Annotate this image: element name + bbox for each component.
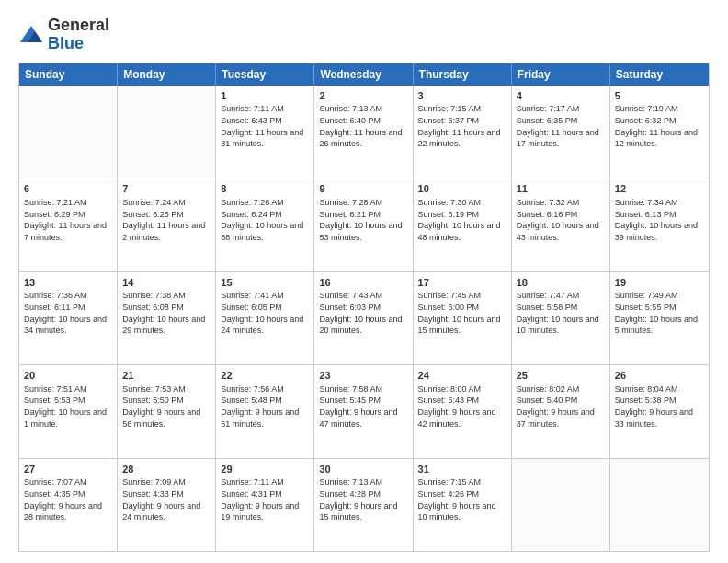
day-number: 2 bbox=[319, 89, 407, 103]
day-info: Sunrise: 7:21 AM Sunset: 6:29 PM Dayligh… bbox=[24, 197, 112, 243]
calendar-cell: 15Sunrise: 7:41 AM Sunset: 6:05 PM Dayli… bbox=[216, 272, 314, 364]
day-info: Sunrise: 7:43 AM Sunset: 6:03 PM Dayligh… bbox=[319, 290, 407, 336]
day-number: 3 bbox=[418, 89, 506, 103]
day-number: 28 bbox=[122, 463, 210, 477]
calendar-cell: 10Sunrise: 7:30 AM Sunset: 6:19 PM Dayli… bbox=[414, 178, 512, 270]
calendar-week-3: 13Sunrise: 7:36 AM Sunset: 6:11 PM Dayli… bbox=[19, 272, 709, 365]
day-number: 4 bbox=[517, 89, 605, 103]
calendar-cell: 23Sunrise: 7:58 AM Sunset: 5:45 PM Dayli… bbox=[314, 365, 413, 457]
day-header-wednesday: Wednesday bbox=[314, 63, 413, 86]
day-number: 10 bbox=[418, 182, 506, 196]
day-header-thursday: Thursday bbox=[414, 63, 512, 86]
logo-text: General Blue bbox=[48, 17, 109, 53]
calendar-cell: 20Sunrise: 7:51 AM Sunset: 5:53 PM Dayli… bbox=[19, 365, 118, 457]
day-info: Sunrise: 7:11 AM Sunset: 4:31 PM Dayligh… bbox=[221, 477, 309, 523]
day-number: 31 bbox=[418, 463, 506, 477]
day-number: 24 bbox=[418, 369, 506, 383]
day-info: Sunrise: 7:26 AM Sunset: 6:24 PM Dayligh… bbox=[221, 197, 309, 243]
day-info: Sunrise: 7:09 AM Sunset: 4:33 PM Dayligh… bbox=[122, 477, 210, 523]
day-number: 22 bbox=[221, 369, 309, 383]
day-info: Sunrise: 7:15 AM Sunset: 6:37 PM Dayligh… bbox=[418, 103, 506, 149]
day-info: Sunrise: 7:56 AM Sunset: 5:48 PM Dayligh… bbox=[221, 384, 309, 430]
calendar-cell: 30Sunrise: 7:13 AM Sunset: 4:28 PM Dayli… bbox=[314, 459, 413, 551]
calendar-cell: 22Sunrise: 7:56 AM Sunset: 5:48 PM Dayli… bbox=[216, 365, 314, 457]
day-number: 19 bbox=[615, 276, 704, 290]
day-number: 11 bbox=[517, 182, 605, 196]
day-number: 14 bbox=[122, 276, 210, 290]
day-number: 13 bbox=[24, 276, 112, 290]
day-header-saturday: Saturday bbox=[610, 63, 709, 86]
day-info: Sunrise: 7:24 AM Sunset: 6:26 PM Dayligh… bbox=[122, 197, 210, 243]
logo: General Blue bbox=[18, 17, 109, 53]
calendar-cell bbox=[610, 459, 709, 551]
calendar-cell: 13Sunrise: 7:36 AM Sunset: 6:11 PM Dayli… bbox=[19, 272, 118, 364]
day-info: Sunrise: 7:07 AM Sunset: 4:35 PM Dayligh… bbox=[24, 477, 112, 523]
calendar-cell bbox=[512, 459, 610, 551]
calendar-cell: 14Sunrise: 7:38 AM Sunset: 6:08 PM Dayli… bbox=[118, 272, 216, 364]
calendar-cell: 3Sunrise: 7:15 AM Sunset: 6:37 PM Daylig… bbox=[414, 86, 512, 178]
calendar-week-1: 1Sunrise: 7:11 AM Sunset: 6:43 PM Daylig… bbox=[19, 86, 709, 178]
day-number: 29 bbox=[221, 463, 309, 477]
day-info: Sunrise: 7:36 AM Sunset: 6:11 PM Dayligh… bbox=[24, 290, 112, 336]
day-number: 17 bbox=[418, 276, 506, 290]
day-info: Sunrise: 7:41 AM Sunset: 6:05 PM Dayligh… bbox=[221, 290, 309, 336]
day-number: 1 bbox=[221, 89, 309, 103]
calendar-cell: 9Sunrise: 7:28 AM Sunset: 6:21 PM Daylig… bbox=[314, 178, 413, 270]
day-number: 21 bbox=[122, 369, 210, 383]
calendar-cell: 25Sunrise: 8:02 AM Sunset: 5:40 PM Dayli… bbox=[512, 365, 610, 457]
day-info: Sunrise: 7:49 AM Sunset: 5:55 PM Dayligh… bbox=[615, 290, 704, 336]
calendar-body: 1Sunrise: 7:11 AM Sunset: 6:43 PM Daylig… bbox=[19, 86, 709, 551]
calendar-cell: 28Sunrise: 7:09 AM Sunset: 4:33 PM Dayli… bbox=[118, 459, 216, 551]
calendar-cell: 12Sunrise: 7:34 AM Sunset: 6:13 PM Dayli… bbox=[610, 178, 709, 270]
calendar-cell: 24Sunrise: 8:00 AM Sunset: 5:43 PM Dayli… bbox=[414, 365, 512, 457]
day-info: Sunrise: 7:32 AM Sunset: 6:16 PM Dayligh… bbox=[517, 197, 605, 243]
calendar-cell bbox=[19, 86, 118, 178]
calendar-cell: 31Sunrise: 7:15 AM Sunset: 4:26 PM Dayli… bbox=[414, 459, 512, 551]
calendar-cell: 4Sunrise: 7:17 AM Sunset: 6:35 PM Daylig… bbox=[512, 86, 610, 178]
logo-blue: Blue bbox=[48, 34, 84, 52]
day-header-friday: Friday bbox=[512, 63, 610, 86]
day-number: 12 bbox=[615, 182, 704, 196]
day-info: Sunrise: 7:17 AM Sunset: 6:35 PM Dayligh… bbox=[517, 103, 605, 149]
calendar-cell: 6Sunrise: 7:21 AM Sunset: 6:29 PM Daylig… bbox=[19, 178, 118, 270]
day-info: Sunrise: 7:11 AM Sunset: 6:43 PM Dayligh… bbox=[221, 103, 309, 149]
day-info: Sunrise: 7:58 AM Sunset: 5:45 PM Dayligh… bbox=[319, 384, 407, 430]
day-info: Sunrise: 8:02 AM Sunset: 5:40 PM Dayligh… bbox=[517, 384, 605, 430]
header: General Blue bbox=[18, 17, 710, 53]
day-number: 30 bbox=[319, 463, 407, 477]
day-info: Sunrise: 8:04 AM Sunset: 5:38 PM Dayligh… bbox=[615, 384, 704, 430]
calendar-cell: 26Sunrise: 8:04 AM Sunset: 5:38 PM Dayli… bbox=[610, 365, 709, 457]
calendar-cell: 27Sunrise: 7:07 AM Sunset: 4:35 PM Dayli… bbox=[19, 459, 118, 551]
day-number: 26 bbox=[615, 369, 704, 383]
logo-icon bbox=[18, 24, 44, 46]
day-number: 27 bbox=[24, 463, 112, 477]
calendar-week-2: 6Sunrise: 7:21 AM Sunset: 6:29 PM Daylig… bbox=[19, 178, 709, 271]
day-number: 23 bbox=[319, 369, 407, 383]
calendar-cell: 16Sunrise: 7:43 AM Sunset: 6:03 PM Dayli… bbox=[314, 272, 413, 364]
day-number: 16 bbox=[319, 276, 407, 290]
calendar-week-4: 20Sunrise: 7:51 AM Sunset: 5:53 PM Dayli… bbox=[19, 365, 709, 458]
day-info: Sunrise: 7:51 AM Sunset: 5:53 PM Dayligh… bbox=[24, 384, 112, 430]
calendar-week-5: 27Sunrise: 7:07 AM Sunset: 4:35 PM Dayli… bbox=[19, 459, 709, 551]
day-header-sunday: Sunday bbox=[19, 63, 118, 86]
day-info: Sunrise: 7:47 AM Sunset: 5:58 PM Dayligh… bbox=[517, 290, 605, 336]
day-number: 5 bbox=[615, 89, 704, 103]
day-info: Sunrise: 7:45 AM Sunset: 6:00 PM Dayligh… bbox=[418, 290, 506, 336]
day-number: 18 bbox=[517, 276, 605, 290]
day-info: Sunrise: 7:13 AM Sunset: 4:28 PM Dayligh… bbox=[319, 477, 407, 523]
day-header-tuesday: Tuesday bbox=[216, 63, 314, 86]
day-info: Sunrise: 7:30 AM Sunset: 6:19 PM Dayligh… bbox=[418, 197, 506, 243]
day-number: 25 bbox=[517, 369, 605, 383]
calendar: SundayMondayTuesdayWednesdayThursdayFrid… bbox=[18, 63, 710, 552]
day-info: Sunrise: 7:53 AM Sunset: 5:50 PM Dayligh… bbox=[122, 384, 210, 430]
day-info: Sunrise: 7:15 AM Sunset: 4:26 PM Dayligh… bbox=[418, 477, 506, 523]
calendar-cell: 8Sunrise: 7:26 AM Sunset: 6:24 PM Daylig… bbox=[216, 178, 314, 270]
day-number: 15 bbox=[221, 276, 309, 290]
day-info: Sunrise: 7:28 AM Sunset: 6:21 PM Dayligh… bbox=[319, 197, 407, 243]
calendar-cell: 29Sunrise: 7:11 AM Sunset: 4:31 PM Dayli… bbox=[216, 459, 314, 551]
page: General Blue SundayMondayTuesdayWednesda… bbox=[0, 0, 728, 563]
calendar-cell: 2Sunrise: 7:13 AM Sunset: 6:40 PM Daylig… bbox=[314, 86, 413, 178]
day-number: 7 bbox=[122, 182, 210, 196]
logo-general: General bbox=[48, 16, 109, 34]
calendar-cell bbox=[118, 86, 216, 178]
